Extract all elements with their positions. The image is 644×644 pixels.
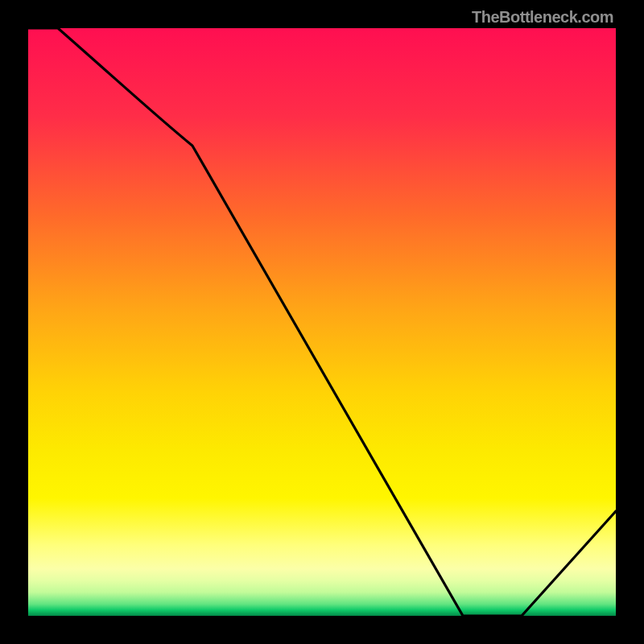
watermark-text: TheBottleneck.com xyxy=(472,8,613,27)
chart-frame: TheBottleneck.com xyxy=(0,0,644,644)
curve-path xyxy=(28,28,616,616)
bottleneck-curve xyxy=(28,28,616,616)
plot-area xyxy=(28,28,616,616)
